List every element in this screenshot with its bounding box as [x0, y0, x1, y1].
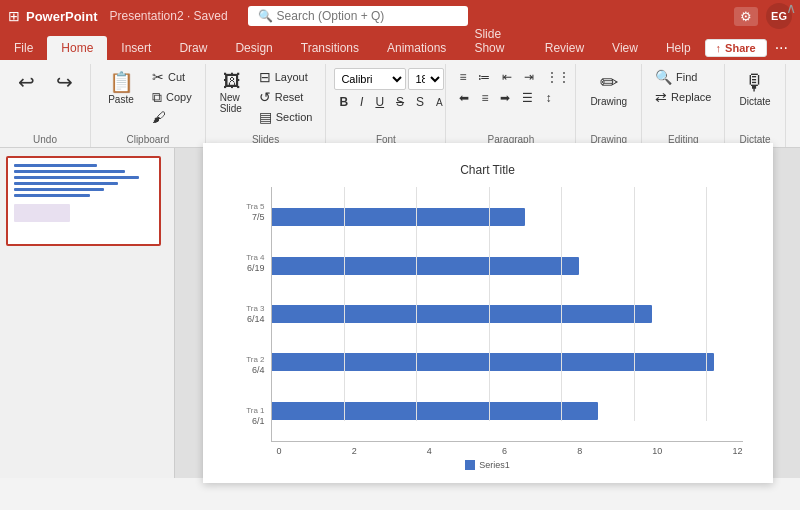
- grid-line-4: [416, 187, 417, 421]
- align-right-button[interactable]: ➡: [495, 89, 515, 107]
- tab-view[interactable]: View: [598, 36, 652, 60]
- bullets-button[interactable]: ≡: [454, 68, 471, 86]
- layout-button[interactable]: ⊟ Layout: [254, 68, 318, 86]
- paste-button[interactable]: 📋 Paste: [99, 68, 143, 109]
- tab-file[interactable]: File: [0, 36, 47, 60]
- paste-icon: 📋: [109, 72, 134, 92]
- paragraph-row1: ≡ ≔ ⇤ ⇥ ⋮⋮: [454, 68, 575, 86]
- bar-row-1: [272, 252, 743, 280]
- ribbon-group-paragraph: ≡ ≔ ⇤ ⇥ ⋮⋮ ⬅ ≡ ➡ ☰ ↕ Paragraph: [446, 64, 576, 147]
- designer-group-content: ✨ Designer: [794, 64, 800, 132]
- designer-group-label: Designer: [794, 132, 800, 147]
- ribbon-share-area: ↑ Share ···: [705, 39, 800, 60]
- underline-button[interactable]: U: [370, 93, 389, 111]
- tab-insert[interactable]: Insert: [107, 36, 165, 60]
- tab-help[interactable]: Help: [652, 36, 705, 60]
- app-name: PowerPoint: [26, 9, 98, 24]
- file-name: Presentation2 · Saved: [110, 9, 228, 23]
- section-button[interactable]: ▤ Section: [254, 108, 318, 126]
- ribbon: ↩ ↪ Undo 📋 Paste ✂ Cut ⧉ Co: [0, 60, 800, 148]
- format-painter-icon: 🖌: [152, 110, 166, 124]
- legend-label: Series1: [479, 460, 510, 470]
- more-options-button[interactable]: ···: [771, 39, 792, 57]
- cut-button[interactable]: ✂ Cut: [147, 68, 197, 86]
- ribbon-collapse-button[interactable]: ∧: [786, 0, 796, 16]
- reset-button[interactable]: ↺ Reset: [254, 88, 318, 106]
- undo-button[interactable]: ↩: [8, 68, 44, 96]
- columns-button[interactable]: ⋮⋮: [541, 68, 575, 86]
- settings-button[interactable]: ⚙: [734, 7, 758, 26]
- align-left-button[interactable]: ⬅: [454, 89, 474, 107]
- font-row1: Calibri 18: [334, 68, 444, 90]
- ribbon-group-designer: ✨ Designer Designer: [786, 64, 800, 147]
- window-controls: ⚙ EG: [734, 3, 792, 29]
- slide-canvas[interactable]: Chart Title Tra 57/5Tra 46/19Tra 36/14Tr…: [203, 143, 773, 483]
- slide-thumbnail[interactable]: [6, 156, 161, 246]
- drawing-button[interactable]: ✏ Drawing: [584, 68, 633, 111]
- font-family-select[interactable]: Calibri: [334, 68, 406, 90]
- bar-row-0: [272, 203, 743, 231]
- app-grid-icon[interactable]: ⊞: [8, 8, 20, 24]
- bold-button[interactable]: B: [334, 93, 353, 111]
- text-shadow-button[interactable]: S: [411, 93, 429, 111]
- canvas-area[interactable]: Chart Title Tra 57/5Tra 46/19Tra 36/14Tr…: [175, 148, 800, 478]
- find-button[interactable]: 🔍 Find: [650, 68, 702, 86]
- tab-slideshow[interactable]: Slide Show: [460, 22, 530, 60]
- paragraph-row2: ⬅ ≡ ➡ ☰ ↕: [454, 89, 556, 107]
- copy-button[interactable]: ⧉ Copy: [147, 88, 197, 106]
- increase-indent-button[interactable]: ⇥: [519, 68, 539, 86]
- font-size-select[interactable]: 18: [408, 68, 444, 90]
- tab-home[interactable]: Home: [47, 36, 107, 60]
- share-button[interactable]: ↑ Share: [705, 39, 767, 57]
- cut-icon: ✂: [152, 70, 164, 84]
- thumb-line-5: [14, 188, 104, 191]
- tab-draw[interactable]: Draw: [165, 36, 221, 60]
- x-label-6: 12: [732, 446, 742, 456]
- search-box[interactable]: 🔍: [248, 6, 468, 26]
- align-center-button[interactable]: ≡: [476, 89, 493, 107]
- thumb-line-4: [14, 182, 118, 185]
- copy-icon: ⧉: [152, 90, 162, 104]
- search-input[interactable]: [277, 9, 457, 23]
- decrease-indent-button[interactable]: ⇤: [497, 68, 517, 86]
- tab-transitions[interactable]: Transitions: [287, 36, 373, 60]
- drawing-label: Drawing: [590, 96, 627, 107]
- cut-label: Cut: [168, 71, 185, 83]
- slides-group-content: 🖼 New Slide ⊟ Layout ↺ Reset ▤ Section: [214, 64, 318, 132]
- clipboard-col: ✂ Cut ⧉ Copy 🖌: [147, 68, 197, 126]
- undo-redo-buttons: ↩ ↪: [8, 68, 82, 96]
- layout-icon: ⊟: [259, 70, 271, 84]
- thumb-block: [14, 204, 70, 222]
- redo-button[interactable]: ↪: [46, 68, 82, 96]
- dictate-icon: 🎙: [744, 72, 766, 94]
- ribbon-group-editing: 🔍 Find ⇄ Replace Editing: [642, 64, 725, 147]
- x-label-2: 4: [427, 446, 432, 456]
- tab-animations[interactable]: Animations: [373, 36, 460, 60]
- dictate-button[interactable]: 🎙 Dictate: [733, 68, 776, 111]
- font-color-button[interactable]: A: [431, 93, 448, 111]
- numbering-button[interactable]: ≔: [473, 68, 495, 86]
- new-slide-button[interactable]: 🖼 New Slide: [214, 68, 250, 118]
- title-bar: ⊞ PowerPoint Presentation2 · Saved 🔍 ⚙ E…: [0, 0, 800, 32]
- undo-group-label: Undo: [8, 132, 82, 147]
- drawing-group-content: ✏ Drawing: [584, 64, 633, 132]
- replace-button[interactable]: ⇄ Replace: [650, 88, 716, 106]
- reset-label: Reset: [275, 91, 304, 103]
- strikethrough-button[interactable]: S: [391, 93, 409, 111]
- tab-review[interactable]: Review: [531, 36, 598, 60]
- section-label: Section: [276, 111, 313, 123]
- thumb-line-6: [14, 194, 90, 197]
- legend-color-box: [465, 460, 475, 470]
- clipboard-group-content: 📋 Paste ✂ Cut ⧉ Copy 🖌: [99, 64, 197, 132]
- designer-button[interactable]: ✨ Designer: [794, 68, 800, 111]
- tab-design[interactable]: Design: [221, 36, 286, 60]
- bar-row-4: [272, 397, 743, 425]
- justify-button[interactable]: ☰: [517, 89, 538, 107]
- line-spacing-button[interactable]: ↕: [540, 89, 556, 107]
- chart-title: Chart Title: [233, 163, 743, 177]
- thumb-line-1: [14, 164, 97, 167]
- chart-legend: Series1: [233, 460, 743, 470]
- grid-line-2: [344, 187, 345, 421]
- italic-button[interactable]: I: [355, 93, 368, 111]
- format-painter-button[interactable]: 🖌: [147, 108, 197, 126]
